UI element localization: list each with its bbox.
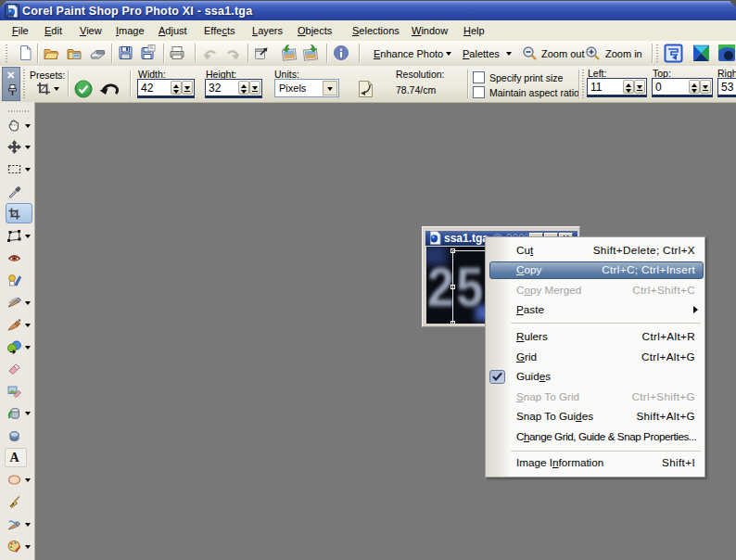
svg-text:A: A: [9, 451, 19, 465]
